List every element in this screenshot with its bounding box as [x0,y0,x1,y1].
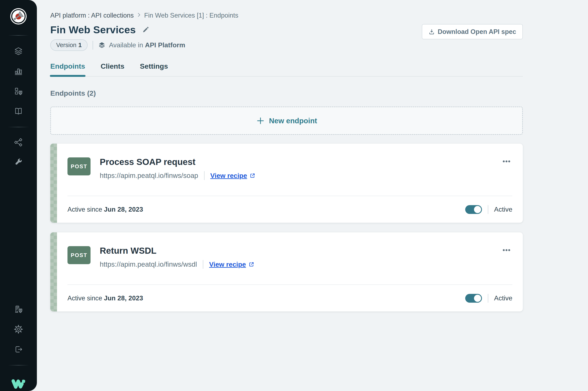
version-label: Version [56,42,76,49]
meta-divider [93,41,93,50]
vertical-divider [488,294,488,303]
toggle-knob [474,206,481,213]
layers-filled-icon [98,41,106,49]
method-badge: POST [67,157,91,175]
download-open-api-spec-button[interactable]: Download Open API spec [422,24,523,39]
ladybug-trumpet-logo [10,8,27,25]
edit-title-button[interactable] [141,25,150,34]
endpoint-url-row: https://apim.peatql.io/finws/wsdl View r… [100,260,254,269]
endpoint-name: Process SOAP request [100,157,256,167]
tab-bar: Endpoints Clients Settings [50,62,523,77]
method-badge: POST [67,246,91,264]
toggle-knob [474,295,481,302]
sidebar-divider [8,127,29,127]
endpoint-card: POST Return WSDL https://apim.peatql.io/… [50,232,523,311]
book-icon [14,107,23,116]
sidebar-item-tools[interactable] [14,158,23,167]
building-shield-icon [14,305,23,313]
w-brand-logo [11,377,26,391]
sidebar-item-dashboard[interactable] [14,67,23,76]
active-toggle[interactable] [465,205,482,214]
sidebar-item-library[interactable] [14,107,23,116]
breadcrumb: API platform : API collections Fin Web S… [50,12,523,19]
status-label: Active [494,294,512,302]
active-since-date: Jun 28, 2023 [104,294,143,302]
section-title: Endpoints (2) [50,89,523,97]
view-recipe-label: View recipe [210,172,247,180]
chevron-right-icon [136,12,142,19]
endpoint-menu-button[interactable] [501,247,512,253]
status-label: Active [494,205,512,213]
card-accent-strip [50,144,57,223]
endpoint-url: https://apim.peatql.io/finws/soap [100,172,198,180]
sidebar [0,0,37,391]
sidebar-item-recipes[interactable] [14,138,23,147]
tab-endpoints[interactable]: Endpoints [50,62,85,76]
sidebar-item-collections[interactable] [14,46,23,56]
page-title: Fin Web Services [50,24,136,36]
meta-row: Version 1 Available in API Platform [50,39,523,51]
active-since: Active since Jun 28, 2023 [67,206,143,213]
bar-chart-icon [14,67,23,76]
gear-icon [14,325,23,334]
endpoint-info: Process SOAP request https://apim.peatql… [100,157,256,180]
logout-icon [14,345,23,354]
card-accent-strip [50,232,57,311]
endpoint-url-row: https://apim.peatql.io/finws/soap View r… [100,171,256,180]
endpoint-card-header: POST Return WSDL https://apim.peatql.io/… [67,232,512,285]
active-since-date: Jun 28, 2023 [104,206,143,213]
external-link-icon [250,173,256,179]
version-badge: Version 1 [50,39,88,51]
sidebar-item-logout[interactable] [14,345,23,354]
status-group: Active [465,294,512,303]
endpoint-card: POST Process SOAP request https://apim.p… [50,144,523,223]
endpoint-card-header: POST Process SOAP request https://apim.p… [67,144,512,196]
vertical-divider [203,260,203,269]
view-recipe-label: View recipe [209,261,246,268]
view-recipe-link[interactable]: View recipe [209,261,254,268]
flow-share-icon [14,138,23,147]
workspace-logo[interactable] [10,8,27,25]
plus-icon [256,116,265,125]
sidebar-divider [8,35,29,36]
vertical-divider [488,205,488,214]
availability: Available in API Platform [98,41,185,49]
ellipsis-icon [502,160,510,163]
endpoint-card-footer: Active since Jun 28, 2023 Active [67,196,512,223]
sidebar-item-settings[interactable] [14,325,23,334]
sidebar-item-workspace-admin[interactable] [14,304,23,314]
new-endpoint-label: New endpoint [269,117,317,125]
ellipsis-icon [502,249,510,251]
main-content: API platform : API collections Fin Web S… [37,0,588,311]
endpoint-url: https://apim.peatql.io/finws/wsdl [100,260,197,268]
download-icon [429,29,435,35]
active-since: Active since Jun 28, 2023 [67,294,143,302]
endpoint-menu-button[interactable] [501,158,512,165]
blocks-shield-icon [14,87,23,96]
endpoint-info: Return WSDL https://apim.peatql.io/finws… [100,246,254,269]
sidebar-item-assets[interactable] [14,87,23,96]
vertical-divider [204,171,204,180]
view-recipe-link[interactable]: View recipe [210,172,256,180]
sidebar-divider [8,365,29,366]
active-toggle[interactable] [465,294,482,303]
tab-clients[interactable]: Clients [101,62,124,76]
endpoint-card-footer: Active since Jun 28, 2023 Active [67,285,512,311]
breadcrumb-current: Fin Web Services [1] : Endpoints [144,12,238,19]
status-group: Active [465,205,512,214]
tab-settings[interactable]: Settings [140,62,168,76]
pencil-icon [142,26,149,33]
availability-platform: API Platform [145,41,185,49]
endpoint-name: Return WSDL [100,246,254,255]
availability-text: Available in API Platform [109,41,185,49]
version-value: 1 [78,42,82,49]
external-link-icon [249,261,254,267]
download-button-label: Download Open API spec [438,28,516,36]
wrench-icon [14,158,23,167]
layers-icon [14,47,23,55]
new-endpoint-button[interactable]: New endpoint [50,106,523,135]
breadcrumb-root-link[interactable]: API platform : API collections [50,12,134,19]
